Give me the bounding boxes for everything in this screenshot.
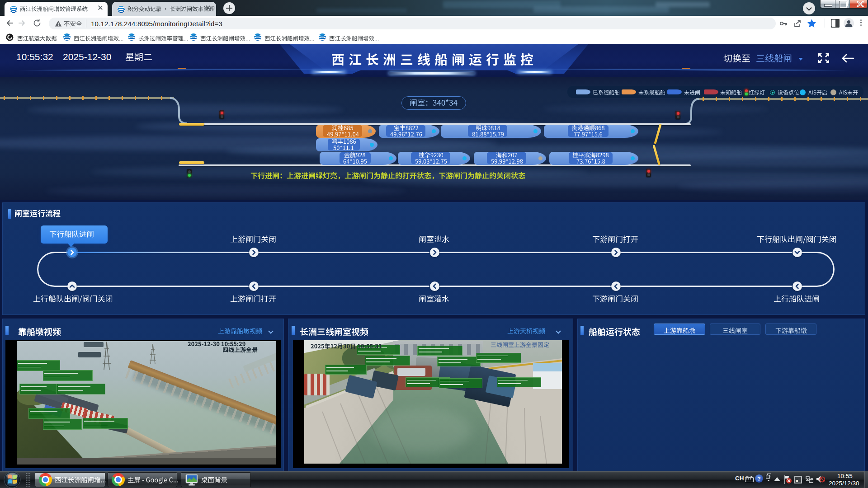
svg-text:?: ? (757, 476, 760, 482)
